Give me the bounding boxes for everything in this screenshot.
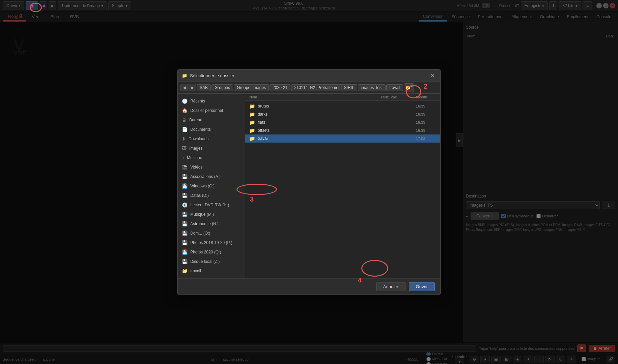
home-sidebar-icon: 🏠 bbox=[182, 108, 188, 113]
open-button[interactable]: Ouvrir bbox=[409, 282, 435, 291]
modal-sidebar: 🕐 Récents 🏠 Dossier personnel 🖥 Bureau 📄… bbox=[178, 94, 245, 278]
folder-brutes-icon: 📁 bbox=[249, 103, 255, 109]
sidebar-dossier-personnel[interactable]: 🏠 Dossier personnel bbox=[178, 106, 245, 115]
sidebar-documents[interactable]: 📄 Documents bbox=[178, 125, 245, 134]
file-list: 📁 brutes 16:39 📁 darks 16:39 � bbox=[245, 101, 440, 278]
musique-m-icon: 💾 bbox=[182, 212, 188, 217]
sidebar-recents[interactable]: 🕐 Récents bbox=[178, 96, 245, 106]
photos-q-icon: 💾 bbox=[182, 249, 188, 255]
sidebar-windows-c[interactable]: 💾 Windows (C:) bbox=[178, 181, 245, 191]
sidebar-dvd-h[interactable]: 💿 Lecteur DVD RW (H:) bbox=[178, 200, 245, 210]
sidebar-downloads[interactable]: ⬇ Downloads bbox=[178, 134, 245, 144]
sidebar-dom-o[interactable]: 💾 Dom... (O:) bbox=[178, 229, 245, 238]
new-folder-icon: 📁+ bbox=[405, 85, 413, 90]
bc-groupe-images[interactable]: Groupe_Images bbox=[234, 84, 269, 91]
modal-close-button[interactable]: ✕ bbox=[429, 72, 436, 79]
file-brutes[interactable]: 📁 brutes 16:39 bbox=[245, 102, 440, 110]
modal-header: 📁 Sélectionner le dossier ✕ bbox=[178, 70, 440, 82]
file-list-header: Nom Taille Type Modifié bbox=[245, 94, 440, 101]
bc-forward-button[interactable]: ▶ bbox=[189, 84, 196, 91]
modal-footer: Annuler Ouvrir bbox=[178, 278, 440, 295]
bc-travail[interactable]: travail bbox=[386, 84, 403, 91]
astronomie-n-icon: 💾 bbox=[182, 221, 188, 226]
sidebar-musique[interactable]: ♪ Musique bbox=[178, 153, 245, 162]
associations-icon: 💾 bbox=[182, 174, 188, 179]
sidebar-photos-q[interactable]: 💾 Photos 2020 (Q:) bbox=[178, 247, 245, 257]
recents-icon: 🕐 bbox=[182, 98, 188, 104]
new-folder-wrapper: 📁+ bbox=[404, 83, 414, 92]
documents-icon: 📄 bbox=[182, 127, 188, 132]
bc-2020-21[interactable]: 2020-21 bbox=[270, 84, 290, 91]
file-offsets[interactable]: 📁 offsets 16:39 bbox=[245, 126, 440, 134]
dvd-h-icon: 💿 bbox=[182, 202, 188, 208]
images-icon: 🖼 bbox=[182, 146, 187, 151]
folder-travail-icon: 📁 bbox=[249, 136, 255, 141]
windows-c-icon: 💾 bbox=[182, 183, 188, 189]
dom-o-icon: 💾 bbox=[182, 231, 188, 236]
photos-p-icon: 💾 bbox=[182, 240, 188, 245]
bc-back-button[interactable]: ◀ bbox=[180, 84, 188, 91]
file-travail[interactable]: 📁 travail 17:02 bbox=[245, 134, 440, 143]
breadcrumb-bar: ◀ ▶ SAB Groupes Groupe_Images 2020-21 21… bbox=[178, 82, 440, 94]
folder-icon: 📁 bbox=[182, 73, 187, 78]
bc-sab[interactable]: SAB bbox=[197, 84, 211, 91]
new-folder-button[interactable]: 📁+ bbox=[404, 83, 414, 92]
bc-210114[interactable]: 210114_N2_Pretraitement_SIRIL bbox=[291, 84, 357, 91]
modal-title: Sélectionner le dossier bbox=[190, 73, 426, 78]
bc-groupes[interactable]: Groupes bbox=[212, 84, 233, 91]
sidebar-travail[interactable]: 📁 travail bbox=[178, 266, 245, 276]
sidebar-videos[interactable]: 🎬 Vidéos bbox=[178, 162, 245, 172]
sidebar-disque-z[interactable]: 💾 Disque local (Z:) bbox=[178, 257, 245, 266]
sidebar-astronomie-n[interactable]: 💾 Astronomie (N:) bbox=[178, 219, 245, 229]
bc-images-test[interactable]: images_test bbox=[358, 84, 386, 91]
datas-d-icon: 💾 bbox=[182, 193, 188, 198]
col-header-taille: Taille bbox=[362, 95, 389, 99]
cancel-button[interactable]: Annuler bbox=[376, 282, 405, 291]
downloads-icon: ⬇ bbox=[182, 136, 186, 142]
select-folder-modal: 📁 Sélectionner le dossier ✕ ◀ ▶ SAB Grou… bbox=[177, 69, 441, 295]
musique-icon: ♪ bbox=[182, 155, 184, 160]
modal-overlay: 📁 Sélectionner le dossier ✕ ◀ ▶ SAB Grou… bbox=[0, 0, 618, 364]
file-darks[interactable]: 📁 darks 16:39 bbox=[245, 110, 440, 118]
sidebar-images[interactable]: 🖼 Images bbox=[178, 144, 245, 153]
travail-sidebar-icon: 📁 bbox=[182, 268, 188, 274]
videos-icon: 🎬 bbox=[182, 164, 188, 170]
col-header-nom: Nom bbox=[249, 95, 362, 99]
sidebar-musique-m[interactable]: 💾 Musique (M:) bbox=[178, 210, 245, 219]
sidebar-datas-d[interactable]: 💾 Datas (D:) bbox=[178, 191, 245, 200]
folder-offsets-icon: 📁 bbox=[249, 128, 255, 133]
col-header-type: Type bbox=[389, 95, 416, 99]
bureau-icon: 🖥 bbox=[182, 117, 187, 123]
sidebar-associations[interactable]: 💾 Associations (A:) bbox=[178, 172, 245, 181]
modal-body: 🕐 Récents 🏠 Dossier personnel 🖥 Bureau 📄… bbox=[178, 94, 440, 278]
disque-z-icon: 💾 bbox=[182, 259, 188, 264]
sidebar-bureau[interactable]: 🖥 Bureau bbox=[178, 115, 245, 125]
sidebar-photos-p[interactable]: 💾 Photos 2018-19-20 (P:) bbox=[178, 238, 245, 247]
folder-flats-icon: 📁 bbox=[249, 120, 255, 125]
file-flats[interactable]: 📁 flats 16:39 bbox=[245, 118, 440, 126]
modal-content-area: Nom Taille Type Modifié 📁 brutes 16:39 📁 bbox=[245, 94, 440, 278]
col-header-mod: Modifié bbox=[416, 95, 436, 99]
folder-darks-icon: 📁 bbox=[249, 112, 255, 117]
